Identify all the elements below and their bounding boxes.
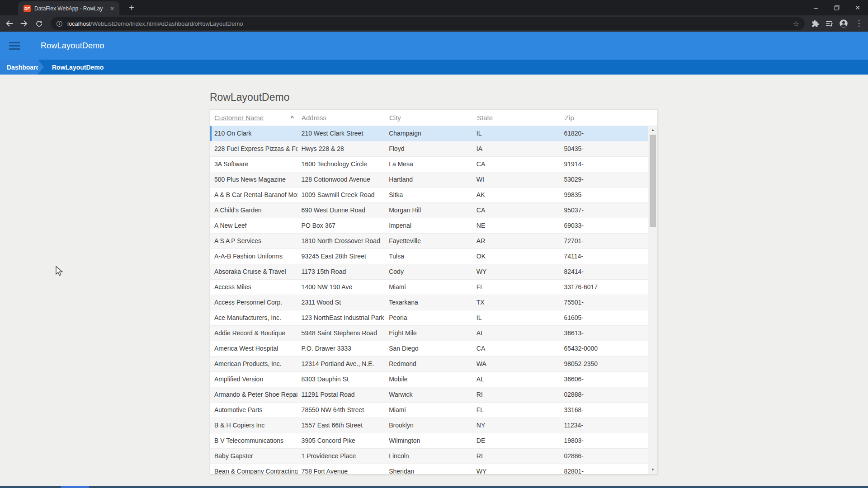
breadcrumb-item-current[interactable]: RowLayoutDemo	[52, 64, 104, 71]
column-header-customer-name[interactable]: Customer Name ^	[210, 114, 297, 122]
bookmark-star-icon[interactable]: ☆	[793, 19, 799, 28]
table-row[interactable]: America West HospitalP.O. Drawer 3333San…	[210, 341, 648, 357]
reload-button[interactable]	[32, 17, 46, 30]
table-cell: Fayetteville	[385, 234, 472, 249]
table-row[interactable]: Access Miles1400 NW 190 AveMiamiFL33176-…	[210, 280, 648, 295]
table-row[interactable]: 500 Plus News Magazine128 Cottonwood Ave…	[210, 172, 648, 188]
table-row[interactable]: 228 Fuel Express Pizzas & FoodHwys 228 &…	[210, 141, 648, 157]
table-cell: WA	[472, 357, 560, 371]
table-row[interactable]: A-A-B Fashion Uniforms93245 East 28th St…	[210, 249, 648, 264]
site-info-icon[interactable]	[56, 20, 63, 27]
table-row[interactable]: 3A Software1600 Technology CircleLa Mesa…	[210, 157, 648, 172]
table-cell: RI	[472, 449, 560, 464]
media-list-icon	[825, 19, 833, 28]
table-row[interactable]: A New LeefPO Box 367ImperialNE69033-	[210, 218, 648, 234]
window-minimize-button[interactable]: –	[806, 0, 826, 15]
table-cell: 36613-	[560, 326, 648, 341]
table-row[interactable]: Absoraka Cruise & Travel1173 15th RoadCo…	[210, 264, 648, 280]
table-cell: 210 West Clark Street	[297, 126, 385, 141]
back-arrow-icon	[5, 19, 14, 28]
url-bar[interactable]: localhost/WebListDemo/Index.html#oDashbo…	[51, 17, 805, 30]
table-cell: Ace Manufacturers, Inc.	[210, 310, 297, 325]
table-cell: 11291 Postal Road	[297, 387, 385, 402]
table-cell: Texarkana	[385, 295, 472, 310]
extensions-button[interactable]	[810, 18, 821, 29]
table-cell: 210 On Clark	[210, 126, 297, 141]
table-row[interactable]: Access Personnel Corp.2311 Wood StTexark…	[210, 295, 648, 310]
new-tab-button[interactable]: +	[126, 2, 137, 14]
table-row[interactable]: Automotive Parts78550 NW 64th StreetMiam…	[210, 403, 648, 418]
browser-tab[interactable]: DF DataFlex WebApp - RowLayoutD ✕	[18, 1, 119, 15]
table-cell: NY	[472, 418, 560, 433]
table-cell: Baby Gapster	[210, 449, 297, 464]
table-cell: 33176-6017	[560, 280, 648, 295]
table-cell: 19803-	[560, 433, 648, 448]
column-header-address[interactable]: Address	[297, 114, 385, 122]
table-cell: 98052-2350	[560, 357, 648, 371]
table-cell: CA	[472, 341, 560, 356]
table-row[interactable]: Amplified Version8303 Dauphin StMobileAL…	[210, 372, 648, 387]
table-cell: Sitka	[385, 188, 472, 202]
table-cell: Warwick	[385, 387, 472, 402]
scroll-up-icon[interactable]: ▲	[648, 126, 657, 134]
table-row[interactable]: A S A P Services1810 North Crossover Roa…	[210, 234, 648, 249]
table-cell: WY	[472, 464, 560, 474]
table-scrollbar[interactable]: ▲ ▼	[648, 126, 657, 474]
table-cell: 123 NorthEast Industrial Park	[297, 310, 385, 325]
table-cell: 1 Providence Place	[297, 449, 385, 464]
table-cell: 95037-	[560, 203, 648, 218]
browser-menu-icon[interactable]: ⋮	[854, 18, 864, 29]
table-cell: 3905 Concord Pike	[297, 433, 385, 448]
table-cell: 65432-0000	[560, 341, 648, 356]
table-row[interactable]: A Child's Garden690 West Dunne RoadMorga…	[210, 203, 648, 218]
forward-button[interactable]	[17, 17, 31, 30]
column-header-state[interactable]: State	[473, 114, 561, 122]
app-title: RowLayoutDemo	[41, 41, 104, 51]
table-cell: CA	[472, 157, 560, 172]
table-cell: PO Box 367	[297, 218, 385, 233]
back-button[interactable]	[3, 17, 16, 30]
table-row[interactable]: B & H Copiers Inc1557 East 66th StreetBr…	[210, 418, 648, 433]
table-cell: Mobile	[385, 372, 472, 387]
table-row[interactable]: Baby Gapster1 Providence PlaceLincolnRI0…	[210, 449, 648, 464]
breadcrumb-item-dashboard[interactable]: Dashboard	[0, 60, 38, 75]
table-cell: American Products, Inc.	[210, 357, 297, 371]
profile-avatar[interactable]	[838, 18, 849, 29]
table-cell: 02888-	[560, 387, 648, 402]
table-row[interactable]: Armando & Peter Shoe Repair11291 Postal …	[210, 387, 648, 403]
table-cell: 12314 Portland Ave., N.E.	[297, 357, 385, 371]
table-cell: 500 Plus News Magazine	[210, 172, 297, 187]
table-cell: Sheridan	[385, 464, 472, 474]
table-cell: Automotive Parts	[210, 403, 297, 418]
table-cell: 82801-	[560, 464, 648, 474]
table-cell: A Child's Garden	[210, 203, 297, 218]
bottom-edge-bar	[0, 486, 868, 488]
scroll-down-icon[interactable]: ▼	[648, 466, 657, 474]
table-cell: IL	[472, 126, 560, 141]
table-row[interactable]: A & B Car Rental-Baranof Motors1009 Sawm…	[210, 188, 648, 203]
column-header-city[interactable]: City	[385, 114, 473, 122]
media-controls-button[interactable]	[824, 18, 835, 29]
scrollbar-thumb[interactable]	[650, 135, 656, 227]
table-row[interactable]: Ace Manufacturers, Inc.123 NorthEast Ind…	[210, 310, 648, 326]
table-row[interactable]: Bean & Company Contracting758 Fort Avenu…	[210, 464, 648, 474]
page-title: RowLayoutDemo	[210, 91, 289, 103]
table-cell: FL	[472, 403, 560, 418]
screen: DF DataFlex WebApp - RowLayoutD ✕ + – ✕	[0, 0, 868, 488]
tab-close-icon[interactable]: ✕	[108, 5, 116, 12]
table-row[interactable]: American Products, Inc.12314 Portland Av…	[210, 357, 648, 372]
table-cell: 78550 NW 64th Street	[297, 403, 385, 418]
table-cell: AR	[472, 234, 560, 249]
table-row[interactable]: B V Telecommunications3905 Concord PikeW…	[210, 433, 648, 449]
table-row[interactable]: 210 On Clark210 West Clark StreetChampai…	[210, 126, 648, 141]
table-row[interactable]: Addie Record & Boutique5948 Saint Stephe…	[210, 326, 648, 341]
table-cell: 61605-	[560, 310, 648, 325]
window-close-button[interactable]: ✕	[847, 0, 868, 15]
table-cell: WI	[472, 172, 560, 187]
window-maximize-button[interactable]	[826, 0, 847, 15]
hamburger-menu-icon[interactable]	[9, 42, 20, 50]
table-cell: 93245 East 28th Street	[297, 249, 385, 264]
dataflex-favicon-icon: DF	[24, 5, 31, 12]
column-header-zip[interactable]: Zip	[561, 114, 649, 122]
table-cell: 128 Cottonwood Avenue	[297, 172, 385, 187]
